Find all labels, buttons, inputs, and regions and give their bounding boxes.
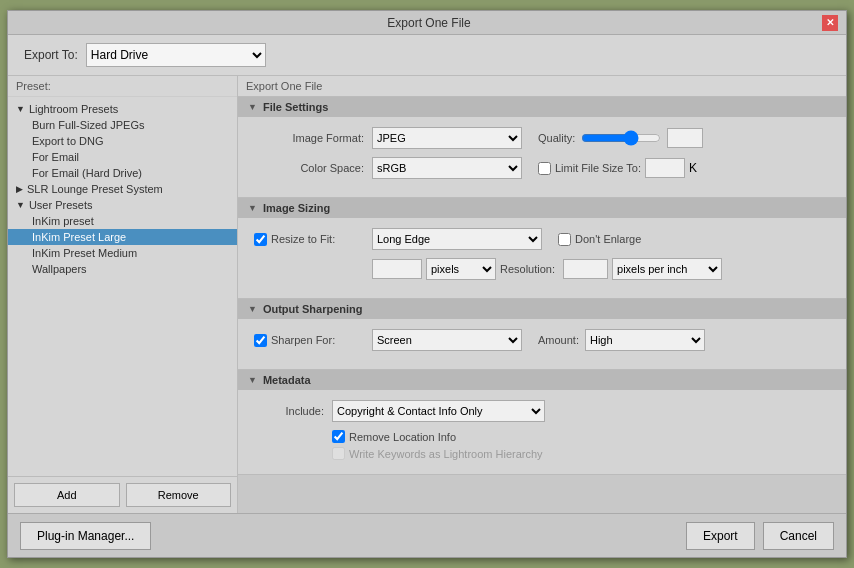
resize-checkbox-label[interactable]: Resize to Fit:: [254, 233, 364, 246]
limit-checkbox-label[interactable]: Limit File Size To:: [538, 162, 641, 175]
include-row: Include: Copyright Only Copyright & Cont…: [254, 400, 830, 422]
include-label: Include:: [254, 405, 324, 417]
sharpen-row: Sharpen For: Screen Matte Paper Glossy P…: [254, 329, 830, 351]
sidebar-item-for-email[interactable]: For Email: [8, 149, 237, 165]
remove-location-label: Remove Location Info: [349, 431, 456, 443]
image-sizing-panel: ▼ Image Sizing Resize to Fit: Long Edge …: [238, 198, 846, 299]
sidebar-item-lightroom-presets[interactable]: ▼ Lightroom Presets: [8, 101, 237, 117]
export-button[interactable]: Export: [686, 522, 755, 550]
panels-scroll: ▼ File Settings Image Format: JPEG PSD T…: [238, 97, 846, 513]
tree-parent-label: User Presets: [29, 199, 93, 211]
remove-location-row: Remove Location Info: [254, 430, 830, 443]
sidebar-item-slr-lounge[interactable]: ▶ SLR Lounge Preset System: [8, 181, 237, 197]
expand-icon: ▼: [16, 200, 25, 210]
limit-checkbox[interactable]: [538, 162, 551, 175]
sidebar-item-inkim-preset[interactable]: InKim preset: [8, 213, 237, 229]
file-settings-body: Image Format: JPEG PSD TIFF DNG Original…: [238, 117, 846, 197]
sidebar-item-export-dng[interactable]: Export to DNG: [8, 133, 237, 149]
limit-label: Limit File Size To:: [555, 162, 641, 174]
remove-location-checkbox[interactable]: [332, 430, 345, 443]
footer-right: Export Cancel: [686, 522, 834, 550]
sharpen-checkbox[interactable]: [254, 334, 267, 347]
metadata-header[interactable]: ▼ Metadata: [238, 370, 846, 390]
dont-enlarge-text: Don't Enlarge: [575, 233, 641, 245]
sidebar-item-inkim-preset-medium[interactable]: InKim Preset Medium: [8, 245, 237, 261]
sidebar-actions: Add Remove: [8, 476, 237, 513]
sharpen-select[interactable]: Screen Matte Paper Glossy Paper: [372, 329, 522, 351]
metadata-panel: ▼ Metadata Include: Copyright Only Copyr…: [238, 370, 846, 475]
dont-enlarge-label[interactable]: Don't Enlarge: [558, 233, 641, 246]
write-keywords-row: Write Keywords as Lightroom Hierarchy: [254, 447, 830, 460]
export-dialog: Export One File ✕ Export To: Hard Drive …: [7, 10, 847, 558]
amount-select[interactable]: Low Standard High: [585, 329, 705, 351]
resolution-unit-select[interactable]: pixels per inch pixels per cm: [612, 258, 722, 280]
content-area-label: Export One File: [238, 76, 846, 97]
sidebar-tree: ▼ Lightroom Presets Burn Full-Sized JPEG…: [8, 97, 237, 476]
limit-input[interactable]: 100: [645, 158, 685, 178]
sidebar-item-for-email-hd[interactable]: For Email (Hard Drive): [8, 165, 237, 181]
expand-icon: ▼: [16, 104, 25, 114]
resolution-input[interactable]: 240: [563, 259, 608, 279]
image-sizing-title: Image Sizing: [263, 202, 330, 214]
plugin-manager-button[interactable]: Plug-in Manager...: [20, 522, 151, 550]
metadata-title: Metadata: [263, 374, 311, 386]
close-button[interactable]: ✕: [822, 15, 838, 31]
write-keywords-checkbox[interactable]: [332, 447, 345, 460]
sidebar-preset-label: Preset:: [8, 76, 237, 97]
limit-unit: K: [689, 161, 697, 175]
sidebar-item-user-presets[interactable]: ▼ User Presets: [8, 197, 237, 213]
quality-label: Quality:: [538, 132, 575, 144]
export-to-label: Export To:: [24, 48, 78, 62]
image-format-label: Image Format:: [254, 132, 364, 144]
sidebar: Preset: ▼ Lightroom Presets Burn Full-Si…: [8, 76, 238, 513]
quality-input[interactable]: 65: [667, 128, 703, 148]
sharpen-checkbox-label[interactable]: Sharpen For:: [254, 334, 364, 347]
image-sizing-body: Resize to Fit: Long Edge Short Edge Widt…: [238, 218, 846, 298]
size-unit-select[interactable]: pixels inches cm: [426, 258, 496, 280]
tree-parent-label: SLR Lounge Preset System: [27, 183, 163, 195]
collapse-icon: ▼: [248, 375, 257, 385]
color-space-row: Color Space: sRGB AdobeRGB ProPhoto RGB …: [254, 157, 830, 179]
size-value-input[interactable]: 4928: [372, 259, 422, 279]
quality-row: Quality: 65: [538, 128, 703, 148]
collapse-icon: ▼: [248, 304, 257, 314]
resize-checkbox[interactable]: [254, 233, 267, 246]
titlebar: Export One File ✕: [8, 11, 846, 35]
resize-row: Resize to Fit: Long Edge Short Edge Widt…: [254, 228, 830, 250]
image-sizing-header[interactable]: ▼ Image Sizing: [238, 198, 846, 218]
add-preset-button[interactable]: Add: [14, 483, 120, 507]
image-format-row: Image Format: JPEG PSD TIFF DNG Original…: [254, 127, 830, 149]
dialog-title: Export One File: [36, 16, 822, 30]
resize-label: Resize to Fit:: [271, 233, 335, 245]
limit-row: Limit File Size To: 100 K: [538, 158, 697, 178]
image-format-select[interactable]: JPEG PSD TIFF DNG Original: [372, 127, 522, 149]
metadata-body: Include: Copyright Only Copyright & Cont…: [238, 390, 846, 474]
output-sharpening-header[interactable]: ▼ Output Sharpening: [238, 299, 846, 319]
output-sharpening-title: Output Sharpening: [263, 303, 363, 315]
include-select[interactable]: Copyright Only Copyright & Contact Info …: [332, 400, 545, 422]
main-area: Preset: ▼ Lightroom Presets Burn Full-Si…: [8, 76, 846, 513]
write-keywords-label: Write Keywords as Lightroom Hierarchy: [349, 448, 543, 460]
collapse-icon: ▼: [248, 203, 257, 213]
content-area: Export One File ▼ File Settings Image Fo…: [238, 76, 846, 513]
color-space-label: Color Space:: [254, 162, 364, 174]
file-settings-header[interactable]: ▼ File Settings: [238, 97, 846, 117]
sharpen-label: Sharpen For:: [271, 334, 335, 346]
size-value-row: 4928 pixels inches cm Resolution: 240 pi…: [254, 258, 830, 280]
color-space-select[interactable]: sRGB AdobeRGB ProPhoto RGB: [372, 157, 522, 179]
sidebar-item-wallpapers[interactable]: Wallpapers: [8, 261, 237, 277]
file-settings-title: File Settings: [263, 101, 328, 113]
file-settings-panel: ▼ File Settings Image Format: JPEG PSD T…: [238, 97, 846, 198]
resize-select[interactable]: Long Edge Short Edge Width Height Dimens…: [372, 228, 542, 250]
quality-slider[interactable]: [581, 130, 661, 146]
remove-preset-button[interactable]: Remove: [126, 483, 232, 507]
amount-label: Amount:: [538, 334, 579, 346]
output-sharpening-panel: ▼ Output Sharpening Sharpen For: Screen …: [238, 299, 846, 370]
expand-icon: ▶: [16, 184, 23, 194]
export-to-select[interactable]: Hard Drive Email CD/DVD: [86, 43, 266, 67]
cancel-button[interactable]: Cancel: [763, 522, 834, 550]
sidebar-item-burn-jpegs[interactable]: Burn Full-Sized JPEGs: [8, 117, 237, 133]
dont-enlarge-checkbox[interactable]: [558, 233, 571, 246]
collapse-icon: ▼: [248, 102, 257, 112]
sidebar-item-inkim-preset-large[interactable]: InKim Preset Large: [8, 229, 237, 245]
